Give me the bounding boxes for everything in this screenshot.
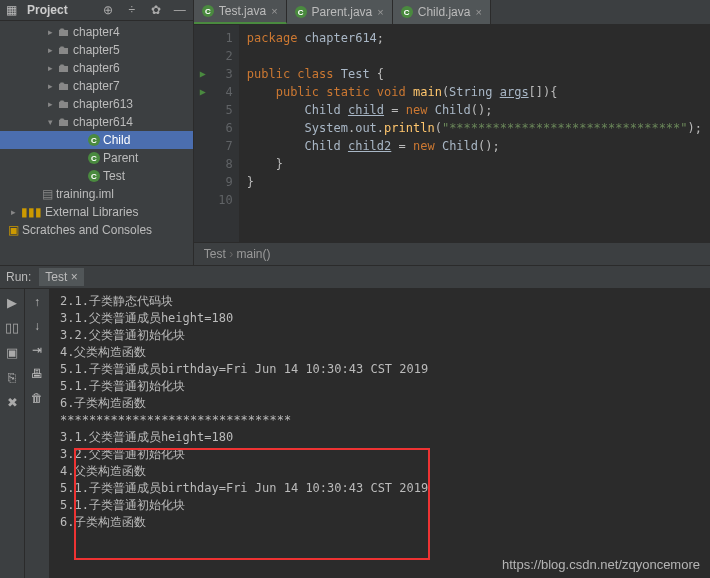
- editor-tabs: CTest.java×CParent.java×CChild.java×: [194, 0, 710, 25]
- sidebar-title: Project: [27, 3, 68, 17]
- trash-icon[interactable]: 🗑: [31, 391, 43, 405]
- gear-icon[interactable]: ✿: [149, 3, 163, 17]
- down-icon[interactable]: ↓: [34, 319, 40, 333]
- collapse-icon[interactable]: —: [173, 3, 187, 17]
- up-icon[interactable]: ↑: [34, 295, 40, 309]
- console-line: 4.父类构造函数: [60, 463, 700, 480]
- camera-icon[interactable]: ▣: [6, 345, 18, 360]
- console-line: 3.2.父类普通初始化块: [60, 327, 700, 344]
- wrap-icon[interactable]: ⇥: [32, 343, 42, 357]
- tree-item-label: Child: [103, 133, 130, 147]
- project-sidebar: ▦ Project ⊕ ÷ ✿ — ▸🖿chapter4▸🖿chapter5▸🖿…: [0, 0, 194, 265]
- divider-icon[interactable]: ÷: [125, 3, 139, 17]
- class-icon: C: [88, 170, 100, 182]
- class-icon: C: [401, 6, 413, 18]
- tree-item-label: chapter4: [73, 25, 120, 39]
- run-tab[interactable]: Test ×: [39, 268, 83, 286]
- console-line: 6.子类构造函数: [60, 395, 700, 412]
- print-icon[interactable]: 🖶: [31, 367, 43, 381]
- tab-label: Child.java: [418, 5, 471, 19]
- tab-test-java[interactable]: CTest.java×: [194, 0, 287, 24]
- tree-item-external-libraries[interactable]: ▸▮▮▮External Libraries: [0, 203, 193, 221]
- run-header: Run: Test ×: [0, 266, 710, 289]
- console-output[interactable]: 2.1.子类静态代码块3.1.父类普通成员height=1803.2.父类普通初…: [50, 289, 710, 578]
- tree-item-label: chapter7: [73, 79, 120, 93]
- close-icon[interactable]: ×: [271, 5, 277, 17]
- tab-child-java[interactable]: CChild.java×: [393, 0, 491, 24]
- console-line: 3.1.父类普通成员height=180: [60, 429, 700, 446]
- console-line: 3.2.父类普通初始化块: [60, 446, 700, 463]
- watermark: https://blog.csdn.net/zqyoncemore: [502, 557, 700, 572]
- class-icon: C: [202, 5, 214, 17]
- tree-item-training-iml[interactable]: ▤training.iml: [0, 185, 193, 203]
- breadcrumb: Test › main(): [194, 242, 710, 265]
- run-panel: Run: Test × ▶ ▯▯ ▣ ⎘ ✖ ↑ ↓ ⇥ 🖶 🗑 2.1.子类静…: [0, 265, 710, 578]
- run-toolbar-left: ▶ ▯▯ ▣ ⎘ ✖: [0, 289, 25, 578]
- console-line: ********************************: [60, 412, 700, 429]
- editor-area: CTest.java×CParent.java×CChild.java× 12▶…: [194, 0, 710, 265]
- tree-item-label: chapter613: [73, 97, 133, 111]
- tab-label: Test.java: [219, 4, 266, 18]
- console-line: 3.1.父类普通成员height=180: [60, 310, 700, 327]
- tree-item-label: training.iml: [56, 187, 114, 201]
- sidebar-header: ▦ Project ⊕ ÷ ✿ —: [0, 0, 193, 21]
- tree-item-test[interactable]: CTest: [0, 167, 193, 185]
- exit-icon[interactable]: ⎘: [8, 370, 16, 385]
- pin-icon[interactable]: ✖: [7, 395, 18, 410]
- run-line-icon[interactable]: ▶: [200, 83, 206, 101]
- console-line: 4.父类构造函数: [60, 344, 700, 361]
- close-icon[interactable]: ×: [475, 6, 481, 18]
- tree-item-chapter613[interactable]: ▸🖿chapter613: [0, 95, 193, 113]
- console-line: 5.1.子类普通成员birthday=Fri Jun 14 10:30:43 C…: [60, 361, 700, 378]
- console-line: 5.1.子类普通初始化块: [60, 378, 700, 395]
- rerun-icon[interactable]: ▶: [7, 295, 17, 310]
- class-icon: C: [88, 134, 100, 146]
- class-icon: C: [295, 6, 307, 18]
- close-icon[interactable]: ×: [377, 6, 383, 18]
- console-line: 6.子类构造函数: [60, 514, 700, 531]
- tree-item-scratches-and-consoles[interactable]: ▣Scratches and Consoles: [0, 221, 193, 239]
- project-tree: ▸🖿chapter4▸🖿chapter5▸🖿chapter6▸🖿chapter7…: [0, 21, 193, 265]
- tree-item-label: Test: [103, 169, 125, 183]
- breadcrumb-method[interactable]: main(): [236, 247, 270, 261]
- tab-parent-java[interactable]: CParent.java×: [287, 0, 393, 24]
- console-line: 2.1.子类静态代码块: [60, 293, 700, 310]
- tree-item-label: Parent: [103, 151, 138, 165]
- tree-item-parent[interactable]: CParent: [0, 149, 193, 167]
- run-label: Run:: [6, 270, 31, 284]
- tree-item-child[interactable]: CChild: [0, 131, 193, 149]
- tree-item-chapter5[interactable]: ▸🖿chapter5: [0, 41, 193, 59]
- class-icon: C: [88, 152, 100, 164]
- breadcrumb-class[interactable]: Test: [204, 247, 226, 261]
- project-icon: ▦: [6, 3, 17, 17]
- console-line: 5.1.子类普通成员birthday=Fri Jun 14 10:30:43 C…: [60, 480, 700, 497]
- tab-label: Parent.java: [312, 5, 373, 19]
- tree-item-label: Scratches and Consoles: [22, 223, 152, 237]
- tree-item-chapter614[interactable]: ▾🖿chapter614: [0, 113, 193, 131]
- gutter: 12▶3▶45678910: [194, 25, 239, 242]
- tree-item-label: chapter6: [73, 61, 120, 75]
- target-icon[interactable]: ⊕: [101, 3, 115, 17]
- console-line: 5.1.子类普通初始化块: [60, 497, 700, 514]
- code-area: 12▶3▶45678910 package chapter614; public…: [194, 25, 710, 242]
- code-content[interactable]: package chapter614; public class Test { …: [239, 25, 710, 242]
- tree-item-chapter7[interactable]: ▸🖿chapter7: [0, 77, 193, 95]
- run-line-icon[interactable]: ▶: [200, 65, 206, 83]
- pause-icon[interactable]: ▯▯: [5, 320, 19, 335]
- tree-item-chapter4[interactable]: ▸🖿chapter4: [0, 23, 193, 41]
- run-toolbar-2: ↑ ↓ ⇥ 🖶 🗑: [25, 289, 50, 578]
- tree-item-label: chapter614: [73, 115, 133, 129]
- tree-item-chapter6[interactable]: ▸🖿chapter6: [0, 59, 193, 77]
- tree-item-label: chapter5: [73, 43, 120, 57]
- tree-item-label: External Libraries: [45, 205, 138, 219]
